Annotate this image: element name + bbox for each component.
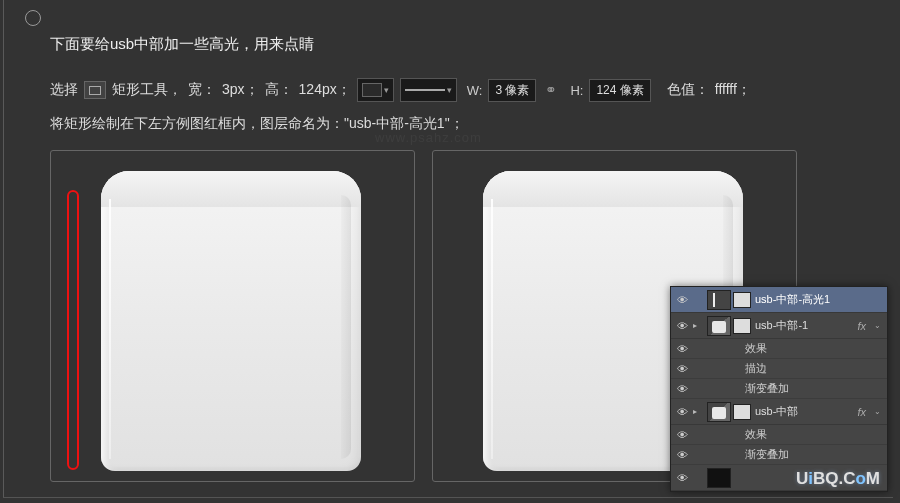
layers-panel[interactable]: 👁 usb-中部-高光1 👁 ▸ usb-中部-1 fx ⌄ 👁 效果 👁 描边… (670, 286, 888, 492)
fx-badge[interactable]: fx (857, 320, 870, 332)
width-label: 宽： (188, 81, 216, 99)
example-panel-left (50, 150, 415, 482)
usb-body-left (101, 171, 361, 471)
layer-row-mid[interactable]: 👁 ▸ usb-中部 fx ⌄ (671, 399, 887, 425)
site-logo: UiBQ.CoM (796, 469, 880, 489)
visibility-eye-icon[interactable]: 👁 (675, 294, 689, 306)
tool-options-row: 选择 矩形工具， 宽： 3px； 高： 124px； ▾ ▾ W: 3 像素 ⚭… (50, 78, 751, 102)
gradient-label: 渐变叠加 (745, 381, 789, 396)
visibility-eye-icon[interactable]: 👁 (675, 320, 689, 332)
layer-thumb-icon[interactable] (707, 316, 731, 336)
fill-swatch[interactable]: ▾ (357, 78, 394, 102)
expand-icon[interactable]: ▸ (693, 407, 703, 416)
chevron-down-icon[interactable]: ⌄ (874, 407, 887, 416)
stroke-label: 描边 (745, 361, 767, 376)
w-input[interactable]: 3 像素 (488, 79, 536, 102)
layer-thumb-icon[interactable] (707, 290, 731, 310)
layer-row-gaoguang1[interactable]: 👁 usb-中部-高光1 (671, 287, 887, 313)
stroke-swatch[interactable]: ▾ (400, 78, 457, 102)
mask-thumb-icon[interactable] (733, 318, 751, 334)
effects-row-2[interactable]: 👁 效果 (671, 425, 887, 445)
height-text: 124px； (299, 81, 351, 99)
step-marker-icon (25, 10, 41, 26)
height-label: 高： (265, 81, 293, 99)
bottom-edge (3, 497, 893, 498)
visibility-eye-icon[interactable]: 👁 (675, 363, 689, 375)
visibility-eye-icon[interactable]: 👁 (675, 406, 689, 418)
layer-name[interactable]: usb-中部-1 (755, 318, 853, 333)
h-label: H: (570, 83, 583, 98)
tool-name: 矩形工具， (112, 81, 182, 99)
width-text: 3px； (222, 81, 259, 99)
gradient-label: 渐变叠加 (745, 447, 789, 462)
layer-thumb-icon[interactable] (707, 402, 731, 422)
select-label: 选择 (50, 81, 78, 99)
effect-gradient-row-2[interactable]: 👁 渐变叠加 (671, 445, 887, 465)
instruction-title: 下面要给usb中部加一些高光，用来点睛 (50, 35, 314, 54)
visibility-eye-icon[interactable]: 👁 (675, 429, 689, 441)
layer-name[interactable]: usb-中部 (755, 404, 853, 419)
red-guide-rect (67, 190, 79, 470)
color-value: ffffff； (715, 81, 751, 99)
expand-icon[interactable]: ▸ (693, 321, 703, 330)
left-edge (3, 0, 4, 498)
instruction-detail: 将矩形绘制在下左方例图红框内，图层命名为："usb-中部-高光1"； (50, 115, 464, 133)
layer-row-mid1[interactable]: 👁 ▸ usb-中部-1 fx ⌄ (671, 313, 887, 339)
visibility-eye-icon[interactable]: 👁 (675, 472, 689, 484)
color-label: 色值： (667, 81, 709, 99)
h-input[interactable]: 124 像素 (589, 79, 650, 102)
effects-label: 效果 (745, 427, 767, 442)
fx-badge[interactable]: fx (857, 406, 870, 418)
chevron-down-icon[interactable]: ⌄ (874, 321, 887, 330)
mask-thumb-icon[interactable] (733, 292, 751, 308)
effects-label: 效果 (745, 341, 767, 356)
visibility-eye-icon[interactable]: 👁 (675, 449, 689, 461)
w-label: W: (467, 83, 483, 98)
effects-row[interactable]: 👁 效果 (671, 339, 887, 359)
effect-stroke-row[interactable]: 👁 描边 (671, 359, 887, 379)
visibility-eye-icon[interactable]: 👁 (675, 343, 689, 355)
visibility-eye-icon[interactable]: 👁 (675, 383, 689, 395)
layer-thumb-icon[interactable] (707, 468, 731, 488)
rectangle-tool-icon[interactable] (84, 81, 106, 99)
effect-gradient-row[interactable]: 👁 渐变叠加 (671, 379, 887, 399)
link-wh-icon[interactable]: ⚭ (542, 82, 560, 98)
mask-thumb-icon[interactable] (733, 404, 751, 420)
layer-name[interactable]: usb-中部-高光1 (755, 292, 887, 307)
